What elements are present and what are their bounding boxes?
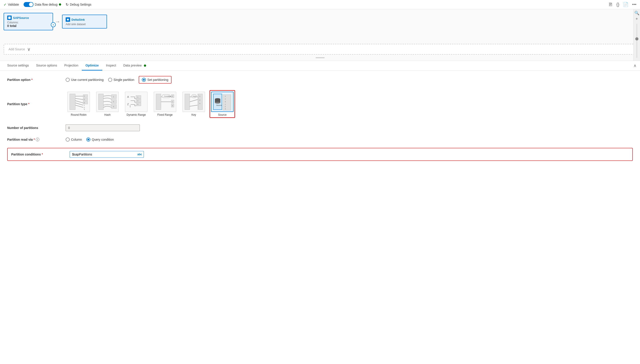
add-sink-label: Add sink dataset [66, 23, 103, 26]
card-hash-label: Hash [104, 113, 111, 116]
toggle-knob [29, 2, 33, 6]
source-node-header: SAPSource [7, 16, 50, 20]
table-icon[interactable]: 📄 [623, 2, 628, 7]
card-source-label: Source [218, 113, 227, 116]
divider-line [316, 57, 325, 58]
columns-count: 0 total [7, 24, 50, 28]
card-key-image: Keys 1 2 n [183, 92, 205, 112]
radio-column[interactable]: Column [66, 138, 82, 142]
card-source-image: Source 1 2 3 1 2 3 [211, 92, 234, 112]
partition-option-row: Partition option * Use current partition… [7, 76, 633, 84]
add-connection-plus[interactable]: + [51, 22, 56, 27]
delta-sink-icon [66, 17, 70, 22]
tab-data-preview[interactable]: Data preview [120, 61, 150, 70]
partition-read-via-controls: Column Query condition [66, 138, 114, 142]
card-source[interactable]: Source 1 2 3 1 2 3 Source [211, 92, 234, 116]
radio-use-current[interactable]: Use current partitioning [66, 78, 104, 82]
svg-line-7 [75, 105, 83, 108]
partition-read-via-info[interactable]: i [36, 138, 39, 141]
sink-node-header: DeltaSink [66, 17, 103, 22]
svg-text:1: 1 [113, 96, 114, 98]
zoom-plus-icon[interactable]: + [635, 17, 638, 21]
more-icon[interactable]: ••• [632, 2, 636, 7]
debug-settings-button[interactable]: ↻ Debug Settings [66, 2, 92, 7]
add-source-label: Add Source [9, 48, 25, 51]
card-hash[interactable]: 1 2 3 Hash [95, 90, 121, 118]
svg-text:1: 1 [225, 104, 226, 105]
card-dynamic-range[interactable]: A Z 1 2 3 Dynamic Range [123, 90, 149, 118]
svg-text:2: 2 [225, 98, 226, 100]
tabs-collapse-button[interactable]: ∧ [633, 63, 636, 68]
svg-text:1: 1 [84, 104, 85, 106]
script-icon[interactable]: 🖹 [608, 2, 613, 7]
radio-single-partition[interactable]: Single partition [108, 78, 135, 82]
num-partitions-controls [66, 124, 140, 131]
card-dynamic-range-label: Dynamic Range [127, 113, 146, 116]
toggle-switch[interactable] [24, 2, 34, 7]
svg-text:Source: Source [216, 104, 222, 106]
card-dynamic-range-image: A Z 1 2 3 [125, 92, 148, 112]
num-partitions-label: Number of partitions [7, 126, 66, 130]
partition-conditions-input[interactable] [70, 151, 144, 158]
tab-source-options[interactable]: Source options [33, 61, 61, 70]
card-round-robin-label: Round Robin [71, 113, 87, 116]
sink-node-name: DeltaSink [72, 18, 85, 21]
code-icon[interactable]: {} [616, 2, 619, 7]
source-node-name: SAPSource [13, 16, 29, 20]
partition-type-required: * [28, 102, 29, 106]
svg-line-52 [190, 105, 198, 106]
partition-option-label: Partition option * [7, 78, 66, 82]
source-node[interactable]: SAPSource Columns: 0 total + [4, 13, 53, 30]
svg-text:2: 2 [172, 96, 173, 97]
tab-inspect[interactable]: Inspect [102, 61, 120, 70]
svg-text:2: 2 [225, 106, 226, 108]
data-flow-debug-label: Data flow debug [35, 3, 58, 6]
tab-projection[interactable]: Projection [61, 61, 82, 70]
refresh-icon: ↻ [66, 2, 69, 7]
debug-active-dot [59, 3, 61, 6]
card-fixed-range[interactable]: Conditions 2 1 3 Fixed Range [152, 90, 178, 118]
svg-text:3: 3 [113, 106, 114, 108]
svg-text:1: 1 [172, 101, 173, 102]
svg-line-4 [75, 98, 83, 100]
zoom-search-icon[interactable]: 🔍 [634, 11, 639, 15]
svg-text:2: 2 [199, 99, 200, 101]
svg-text:1: 1 [137, 96, 138, 98]
radio-column-circle [66, 138, 70, 142]
svg-rect-2 [70, 94, 75, 110]
tab-source-settings[interactable]: Source settings [4, 61, 33, 70]
svg-rect-33 [156, 94, 161, 110]
svg-text:1: 1 [84, 95, 85, 97]
sink-node[interactable]: DeltaSink Add sink dataset [62, 14, 107, 28]
card-round-robin-image: 1 2 3 1 2 3 [68, 92, 90, 112]
radio-query-dot [88, 139, 89, 140]
card-key[interactable]: Keys 1 2 n Key [181, 90, 207, 118]
partition-conditions-required: * [42, 152, 43, 156]
card-source-outer[interactable]: Source 1 2 3 1 2 3 Source [210, 90, 235, 118]
num-partitions-input[interactable] [66, 124, 140, 131]
radio-query-condition[interactable]: Query condition [86, 138, 114, 142]
chevron-down-icon: ∨ [27, 46, 31, 52]
partition-read-via-required: * [34, 138, 35, 141]
svg-line-6 [75, 103, 83, 105]
columns-label: Columns: [7, 21, 50, 24]
validate-button[interactable]: ✓ Validate [4, 2, 19, 7]
canvas-area: SAPSource Columns: 0 total + → DeltaSink… [0, 9, 640, 61]
zoom-track[interactable] [636, 24, 637, 58]
radio-query-circle [86, 138, 90, 142]
data-flow-debug-toggle[interactable]: Data flow debug [24, 2, 61, 7]
partition-conditions-row: Partition conditions * [7, 148, 633, 161]
num-partitions-row: Number of partitions [7, 124, 633, 131]
svg-point-60 [215, 102, 220, 104]
svg-rect-53 [199, 94, 203, 110]
svg-rect-28 [136, 99, 141, 102]
radio-set-partitioning-box[interactable]: Set partitioning [139, 76, 171, 84]
radio-single-circle [108, 78, 112, 82]
add-source-node[interactable]: Add Source ∨ [4, 44, 636, 54]
tab-optimize[interactable]: Optimize [82, 61, 102, 70]
card-round-robin[interactable]: 1 2 3 1 2 3 Round Robin [66, 90, 92, 118]
svg-text:2: 2 [84, 107, 85, 108]
svg-text:3: 3 [225, 101, 226, 102]
svg-text:3: 3 [172, 105, 173, 106]
radio-set-circle [142, 78, 146, 82]
